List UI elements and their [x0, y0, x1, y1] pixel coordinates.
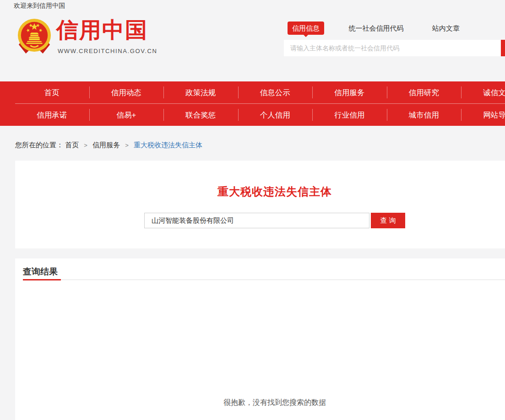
- site-title[interactable]: 信用中国: [56, 18, 148, 43]
- china-emblem-icon: [17, 18, 51, 54]
- page-title: 重大税收违法失信主体: [15, 184, 505, 199]
- site-url: WWW.CREDITCHINA.GOV.CN: [58, 48, 157, 54]
- nav-item-industry-credit[interactable]: 行业信用: [312, 104, 387, 126]
- empty-results-message: 很抱歉，没有找到您搜索的数据: [15, 398, 505, 408]
- nav-item-info-disclosure[interactable]: 信息公示: [238, 81, 313, 103]
- entity-search: 查 询: [144, 213, 405, 228]
- tab-site-articles[interactable]: 站内文章: [432, 22, 460, 35]
- results-heading: 查询结果: [23, 266, 58, 278]
- breadcrumb-prefix: 您所在的位置：: [15, 141, 63, 149]
- nav-item-policies[interactable]: 政策法规: [163, 81, 238, 103]
- header-search: [284, 40, 505, 56]
- breadcrumb-current-page[interactable]: 重大税收违法失信主体: [134, 141, 202, 149]
- results-heading-rule: [23, 280, 505, 280]
- nav-item-credit-services[interactable]: 信用服务: [312, 81, 387, 103]
- nav-item-credit-news[interactable]: 信用动态: [89, 81, 164, 103]
- query-panel: 重大税收违法失信主体 查 询: [15, 161, 505, 248]
- breadcrumb-separator: >: [84, 142, 87, 149]
- nav-item-integrity-culture[interactable]: 诚信文化: [461, 81, 505, 103]
- tab-credit-info[interactable]: 信用信息: [288, 22, 324, 35]
- results-heading-accent: [23, 279, 61, 280]
- tab-unified-social-credit-code[interactable]: 统一社会信用代码: [348, 22, 403, 35]
- nav-item-credit-commitment[interactable]: 信用承诺: [15, 104, 89, 126]
- nav-item-personal-credit[interactable]: 个人信用: [238, 104, 313, 126]
- breadcrumb-separator: >: [125, 142, 129, 149]
- nav-item-credit-research[interactable]: 信用研究: [387, 81, 462, 103]
- query-button[interactable]: 查 询: [371, 213, 405, 228]
- site-header: 信用中国 WWW.CREDITCHINA.GOV.CN 信用信息 统一社会信用代…: [0, 12, 505, 81]
- entity-search-input[interactable]: [144, 213, 369, 228]
- nav-item-credit-plus[interactable]: 信易+: [89, 104, 164, 126]
- nav-item-sitemap[interactable]: 网站导航: [461, 104, 505, 126]
- breadcrumb: 您所在的位置： 首页 > 信用服务 > 重大税收违法失信主体: [15, 141, 202, 150]
- breadcrumb-credit-services[interactable]: 信用服务: [92, 141, 120, 149]
- nav-item-city-credit[interactable]: 城市信用: [387, 104, 462, 126]
- nav-row-1: 首页 信用动态 政策法规 信息公示 信用服务 信用研究 诚信文化: [15, 81, 505, 103]
- nav-row-2: 信用承诺 信易+ 联合奖惩 个人信用 行业信用 城市信用 网站导航: [15, 104, 505, 126]
- header-search-input[interactable]: [284, 40, 501, 56]
- national-emblem-logo[interactable]: [17, 18, 51, 54]
- results-panel: 查询结果 很抱歉，没有找到您搜索的数据: [15, 258, 505, 420]
- nav-item-home[interactable]: 首页: [15, 81, 89, 103]
- main-nav: 首页 信用动态 政策法规 信息公示 信用服务 信用研究 诚信文化 信用承诺 信易…: [0, 81, 505, 126]
- header-search-button[interactable]: [501, 40, 505, 56]
- nav-item-joint-reward-punishment[interactable]: 联合奖惩: [163, 104, 238, 126]
- header-search-tabs: 信用信息 统一社会信用代码 站内文章: [284, 22, 460, 35]
- welcome-text: 欢迎来到信用中国: [14, 2, 65, 10]
- breadcrumb-home[interactable]: 首页: [65, 141, 79, 149]
- welcome-bar: 欢迎来到信用中国: [0, 0, 505, 12]
